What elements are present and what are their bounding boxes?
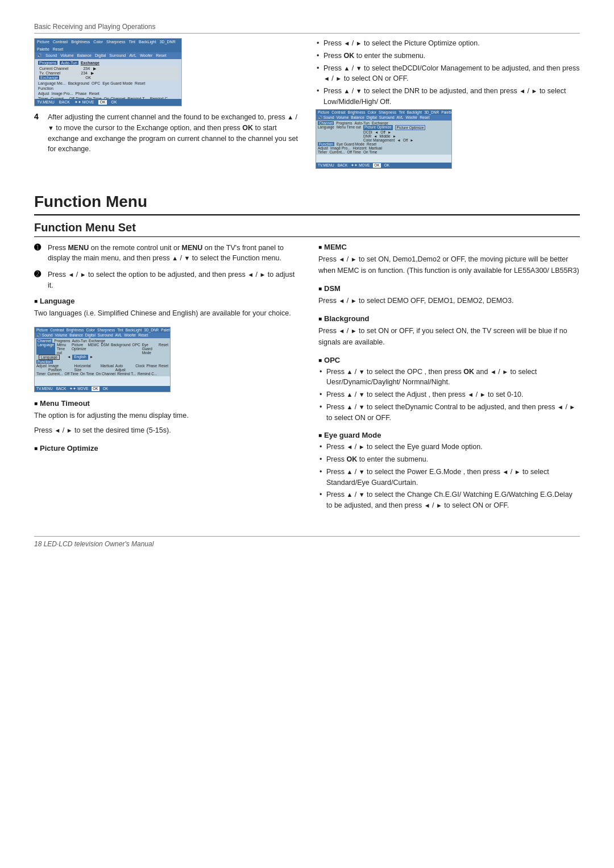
right-column: MEMC Press ◄ / ► to set ON, Demo1,Demo2 …	[318, 243, 580, 519]
picture-optimize-section-left: Picture Optimize	[34, 444, 296, 452]
tv-menu-screenshot-3: PictureContrastBrightnessColorSharpnessT…	[34, 327, 171, 392]
eye-guard-bullet-2: Press OK to enter the submenu.	[318, 454, 580, 465]
top-left-content: PictureContrastBrightnessColorSharpnessT…	[34, 38, 298, 176]
step-4-number: 4	[34, 112, 43, 121]
opc-section: OPC Press ▲ / ▼ to select the OPC , then…	[318, 356, 580, 423]
step-2-number: ➋	[34, 269, 43, 279]
eye-guard-bullet-4: Press ▲ / ▼ to select the Change Ch.E.GI…	[318, 489, 580, 511]
background-section: Blackground Press ◄ / ► to set ON or OFF…	[318, 314, 580, 348]
left-column: ➊ Press MENU on the remote control unit …	[34, 243, 296, 519]
opc-bullet-3: Press ▲ / ▼ to select theDynamic Contral…	[318, 402, 580, 423]
page-footer: 18 LED·LCD television Owner's Manual	[34, 536, 580, 548]
eye-guard-heading: Eye guard Mode	[318, 431, 580, 439]
opc-heading: OPC	[318, 356, 580, 364]
bullet-item: Press ◄ / ► to select the Picture Optimi…	[316, 38, 580, 49]
opc-bullet-1: Press ▲ / ▼ to select the OPC , then pre…	[318, 367, 580, 388]
language-heading: Language	[34, 297, 296, 305]
top-right-bullets: Press ◄ / ► to select the Picture Optimi…	[316, 38, 580, 107]
step-1-number: ➊	[34, 243, 43, 252]
step-2-text: Press ◄ / ► to select the option to be a…	[48, 269, 296, 291]
menu-timeout-section: Menu Timeout The option is for adjusting…	[34, 399, 296, 436]
step-2: ➋ Press ◄ / ► to select the option to be…	[34, 269, 296, 291]
step-1: ➊ Press MENU on the remote control unit …	[34, 243, 296, 264]
opc-bullet-2: Press ▲ / ▼ to select the Adjust , then …	[318, 389, 580, 400]
dsm-section: DSM Press ◄ / ► to select DEMO OFF, DEMO…	[318, 284, 580, 306]
function-menu-subtitle: Function Menu Set	[34, 221, 580, 237]
bullet-item: Press ▲ / ▼ to select theDCDI/Color Mana…	[316, 63, 580, 85]
language-text: Two languages (i.e. Simplified Chinese a…	[34, 308, 296, 319]
bullet-item: Press OK to enter the submenu.	[316, 51, 580, 61]
tv-menu-bar-top: PictureContrastBrightnessColorSharpnessT…	[35, 39, 181, 52]
tv-menu-footer-1: TV.MENUBACK✦✦ MOVEOKOK	[35, 99, 181, 106]
function-menu-title: Function Menu	[34, 193, 580, 215]
step-4: 4 After adjusting the current channel an…	[34, 112, 298, 155]
eye-guard-bullet-1: Press ◄ / ► to select the Eye guard Mode…	[318, 442, 580, 452]
language-section: Language Two languages (i.e. Simplified …	[34, 297, 296, 319]
tv-menu-screenshot-1: PictureContrastBrightnessColorSharpnessT…	[34, 38, 182, 106]
bullet-item: Press ▲ / ▼ to select the DNR to be adju…	[316, 86, 580, 107]
step-4-text: After adjusting the current channel and …	[48, 112, 298, 155]
tv-menu-bar-sound: 🔊SoundVolumeBalanceDigitalSurroundAVLWoo…	[35, 52, 181, 59]
picture-optimize-heading: Picture Optimize	[34, 444, 296, 452]
background-text: Press ◄ / ► to set ON or OFF, if you sel…	[318, 325, 580, 348]
menu-timeout-text2: Press ◄ / ► to set the desired time (5-1…	[34, 425, 296, 436]
top-right-content: Press ◄ / ► to select the Picture Optimi…	[316, 38, 580, 176]
eye-guard-bullets: Press ◄ / ► to select the Eye guard Mode…	[318, 442, 580, 511]
memc-section: MEMC Press ◄ / ► to set ON, Demo1,Demo2 …	[318, 243, 580, 276]
step-1-text: Press MENU on the remote control unit or…	[48, 243, 296, 264]
dsm-heading: DSM	[318, 284, 580, 293]
breadcrumb: Basic Receiving and Playing Operations	[34, 23, 580, 34]
opc-bullets: Press ▲ / ▼ to select the OPC , then pre…	[318, 367, 580, 423]
memc-heading: MEMC	[318, 243, 580, 251]
tv-menu-screenshot-2: PictureContrastBrightnessColorSharpnessT…	[316, 109, 452, 169]
top-section: PictureContrastBrightnessColorSharpnessT…	[34, 38, 580, 176]
tv-menu-content-area: Programs Auto-Tun Exchange Current Chann…	[35, 59, 181, 102]
dsm-text: Press ◄ / ► to select DEMO OFF, DEMO1, D…	[318, 295, 580, 306]
memc-text: Press ◄ / ► to set ON, Demo1,Demo2 or OF…	[318, 254, 580, 276]
menu-timeout-heading: Menu Timeout	[34, 399, 296, 408]
eye-guard-section: Eye guard Mode Press ◄ / ► to select the…	[318, 431, 580, 511]
background-heading: Blackground	[318, 314, 580, 323]
menu-timeout-text: The option is for adjusting the menu dis…	[34, 410, 296, 421]
main-content: ➊ Press MENU on the remote control unit …	[34, 243, 580, 519]
eye-guard-bullet-3: Press ▲ / ▼ to select the Power E.G.Mode…	[318, 467, 580, 488]
